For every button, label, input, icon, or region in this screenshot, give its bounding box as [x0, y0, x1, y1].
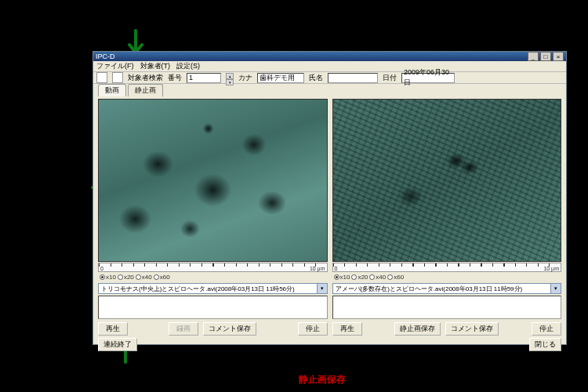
left-record-button[interactable]: 録画: [169, 322, 198, 336]
menu-subject[interactable]: 対象者(T): [140, 61, 171, 71]
left-file-dropdown-value: トリコモナス(中央上)とスピロヘータ.avi(2008年03月13日 11時56…: [99, 285, 317, 293]
kana-field[interactable]: 歯科デモ用: [257, 73, 304, 83]
app-window: IPC-D _ □ × ファイル(F) 対象者(T) 設定(S) 対象者検索 番…: [93, 51, 567, 345]
number-spinner[interactable]: ▴▾: [226, 73, 234, 83]
left-comment-field[interactable]: [98, 296, 328, 319]
number-field[interactable]: 1: [187, 73, 221, 83]
toolbar: 対象者検索 番号 1 ▴▾ カナ 歯科デモ用 氏名 日付 2009年06月30日: [93, 72, 566, 84]
right-panel: 0 10 μm x10 x20 x40 x60 アメーバ(多数存在)とスピロヘー…: [332, 99, 562, 336]
tab-video[interactable]: 動画: [98, 84, 126, 96]
zoom-x40-radio[interactable]: [136, 274, 141, 280]
zoom-x10-radio[interactable]: [100, 274, 105, 280]
chevron-up-icon[interactable]: ▴: [226, 73, 234, 79]
finish-button[interactable]: 連続終了: [98, 338, 137, 351]
right-file-dropdown-value: アメーバ(多数存在)とスピロヘータ.avi(2008年03月13日 11時59分…: [333, 285, 551, 293]
right-ruler: 0 10 μm: [332, 263, 562, 272]
zoom-x10-radio[interactable]: [334, 274, 339, 280]
zoom-x60-radio[interactable]: [154, 274, 159, 280]
left-zoom-row: x10 x20 x40 x60: [98, 272, 328, 281]
maximize-button[interactable]: □: [540, 52, 551, 61]
menu-settings[interactable]: 設定(S): [176, 61, 200, 71]
titlebar: IPC-D _ □ ×: [93, 52, 566, 61]
name-label: 氏名: [309, 73, 323, 83]
left-play-button[interactable]: 再生: [98, 322, 128, 336]
toolbar-icon-1[interactable]: [96, 72, 107, 83]
right-zoom-row: x10 x20 x40 x60: [332, 272, 562, 281]
zoom-x20-radio[interactable]: [351, 274, 357, 280]
menubar: ファイル(F) 対象者(T) 設定(S): [93, 61, 566, 72]
right-play-button[interactable]: 再生: [332, 322, 362, 336]
zoom-x40-radio[interactable]: [369, 274, 375, 280]
footer: 連続終了 閉じる: [93, 338, 566, 351]
right-comment-field[interactable]: [332, 296, 562, 319]
left-stop-button[interactable]: 停止: [298, 322, 328, 336]
date-label: 日付: [383, 73, 397, 83]
name-field[interactable]: [328, 73, 378, 83]
ruler-zero: 0: [100, 266, 103, 271]
content-area: 0 10 μm x10 x20 x40 x60 トリコモナス(中央上)とスピロヘ…: [93, 96, 566, 338]
right-stop-button[interactable]: 停止: [532, 322, 561, 336]
right-save-comment-button[interactable]: コメント保存: [445, 322, 499, 336]
right-button-row: 再生 静止画保存 コメント保存 停止: [332, 321, 562, 336]
ruler-unit: 10 μm: [543, 266, 559, 271]
date-field[interactable]: 2009年06月30日: [401, 73, 455, 83]
left-microscope-image: [98, 99, 328, 262]
right-file-dropdown[interactable]: アメーバ(多数存在)とスピロヘータ.avi(2008年03月13日 11時59分…: [332, 283, 562, 294]
left-file-dropdown[interactable]: トリコモナス(中央上)とスピロヘータ.avi(2008年03月13日 11時56…: [98, 283, 328, 294]
right-microscope-image: [332, 99, 562, 262]
minimize-button[interactable]: _: [528, 52, 539, 61]
search-label: 対象者検索: [128, 73, 163, 83]
annotation-label-still: 静止画保存: [299, 373, 346, 387]
left-ruler: 0 10 μm: [98, 263, 328, 272]
tabs: 動画 静止画: [93, 84, 566, 96]
kana-label: カナ: [238, 73, 252, 83]
zoom-x60-radio[interactable]: [387, 274, 393, 280]
zoom-x20-radio[interactable]: [118, 274, 123, 280]
right-save-still-button[interactable]: 静止画保存: [394, 322, 441, 336]
window-title: IPC-D: [96, 53, 528, 60]
chevron-down-icon[interactable]: ▾: [550, 284, 561, 293]
menu-file[interactable]: ファイル(F): [96, 61, 134, 71]
toolbar-icon-2[interactable]: [112, 72, 123, 83]
left-panel: 0 10 μm x10 x20 x40 x60 トリコモナス(中央上)とスピロヘ…: [98, 99, 328, 336]
close-button[interactable]: ×: [553, 52, 564, 61]
ruler-zero: 0: [335, 266, 338, 271]
annotation-arrow-top: [126, 26, 145, 53]
footer-close-button[interactable]: 閉じる: [529, 338, 561, 351]
left-save-comment-button[interactable]: コメント保存: [203, 322, 256, 336]
ruler-unit: 10 μm: [310, 266, 325, 271]
left-button-row: 再生 録画 コメント保存 停止: [98, 321, 328, 336]
chevron-down-icon[interactable]: ▾: [317, 284, 327, 293]
number-label: 番号: [168, 73, 182, 83]
tab-still[interactable]: 静止画: [128, 84, 163, 96]
